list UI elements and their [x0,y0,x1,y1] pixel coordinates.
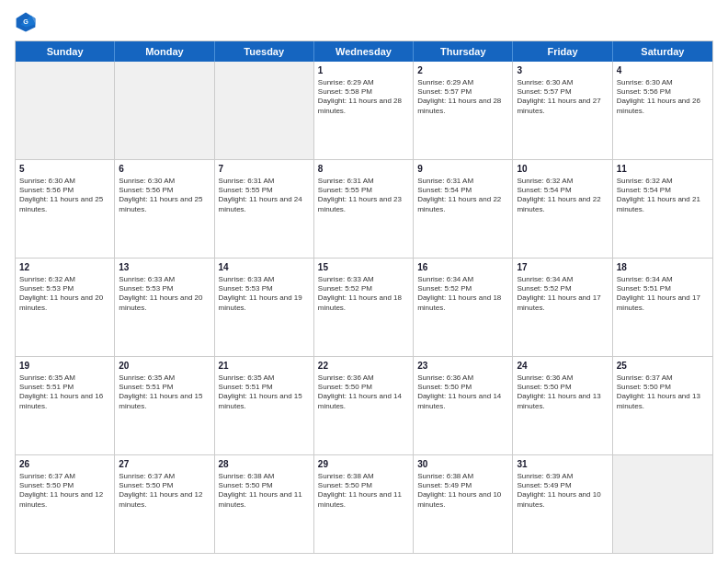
day-number: 3 [517,64,608,77]
cell-details: Sunrise: 6:32 AMSunset: 5:53 PMDaylight:… [19,275,110,314]
cell-details: Sunrise: 6:36 AMSunset: 5:50 PMDaylight:… [417,373,508,412]
cell-details: Sunrise: 6:38 AMSunset: 5:50 PMDaylight:… [318,472,409,511]
cell-details: Sunrise: 6:33 AMSunset: 5:53 PMDaylight:… [119,275,210,314]
calendar-cell: 17Sunrise: 6:34 AMSunset: 5:52 PMDayligh… [513,259,612,356]
cell-details: Sunrise: 6:29 AMSunset: 5:57 PMDaylight:… [417,78,508,117]
cell-details: Sunrise: 6:35 AMSunset: 5:51 PMDaylight:… [19,373,110,412]
calendar-cell: 1Sunrise: 6:29 AMSunset: 5:58 PMDaylight… [314,62,414,159]
cell-details: Sunrise: 6:32 AMSunset: 5:54 PMDaylight:… [517,177,608,215]
cell-details: Sunrise: 6:36 AMSunset: 5:50 PMDaylight:… [517,373,608,412]
calendar-cell [16,62,115,159]
day-number: 10 [517,163,608,176]
calendar-cell: 26Sunrise: 6:37 AMSunset: 5:50 PMDayligh… [16,455,115,553]
calendar-cell: 28Sunrise: 6:38 AMSunset: 5:50 PMDayligh… [215,455,314,553]
calendar-cell: 20Sunrise: 6:35 AMSunset: 5:51 PMDayligh… [115,357,214,454]
calendar-cell: 15Sunrise: 6:33 AMSunset: 5:52 PMDayligh… [314,259,414,356]
day-number: 21 [219,360,310,373]
calendar-week: 1Sunrise: 6:29 AMSunset: 5:58 PMDaylight… [16,62,712,160]
day-number: 22 [318,360,409,373]
calendar-cell: 3Sunrise: 6:30 AMSunset: 5:57 PMDaylight… [513,62,612,159]
day-number: 24 [517,360,608,373]
day-number: 28 [219,458,310,471]
day-number: 30 [417,458,508,471]
calendar-cell: 31Sunrise: 6:39 AMSunset: 5:49 PMDayligh… [513,455,612,553]
day-number: 4 [617,64,709,77]
day-number: 23 [417,360,508,373]
cell-details: Sunrise: 6:30 AMSunset: 5:56 PMDaylight:… [19,177,110,215]
cell-details: Sunrise: 6:32 AMSunset: 5:54 PMDaylight:… [617,177,709,215]
calendar-cell: 18Sunrise: 6:34 AMSunset: 5:51 PMDayligh… [613,259,712,356]
cell-details: Sunrise: 6:36 AMSunset: 5:50 PMDaylight:… [318,373,409,412]
calendar-cell: 4Sunrise: 6:30 AMSunset: 5:56 PMDaylight… [613,62,712,159]
cell-details: Sunrise: 6:37 AMSunset: 5:50 PMDaylight:… [19,472,110,511]
day-number: 25 [617,360,709,373]
calendar-header-cell: Saturday [613,41,712,62]
day-number: 13 [119,261,210,274]
calendar-header-cell: Wednesday [314,41,414,62]
calendar-cell: 14Sunrise: 6:33 AMSunset: 5:53 PMDayligh… [215,259,314,356]
cell-details: Sunrise: 6:33 AMSunset: 5:53 PMDaylight:… [219,275,310,314]
logo-icon: G [15,11,37,33]
calendar-cell: 30Sunrise: 6:38 AMSunset: 5:49 PMDayligh… [414,455,513,553]
day-number: 2 [417,64,508,77]
logo: G [15,11,40,33]
day-number: 12 [19,261,110,274]
svg-text:G: G [23,17,28,26]
cell-details: Sunrise: 6:29 AMSunset: 5:58 PMDaylight:… [318,78,409,117]
calendar-header-cell: Tuesday [215,41,314,62]
day-number: 6 [119,163,210,176]
cell-details: Sunrise: 6:38 AMSunset: 5:50 PMDaylight:… [219,472,310,511]
calendar-cell: 12Sunrise: 6:32 AMSunset: 5:53 PMDayligh… [16,259,115,356]
cell-details: Sunrise: 6:33 AMSunset: 5:52 PMDaylight:… [318,275,409,314]
calendar-header-cell: Thursday [414,41,513,62]
cell-details: Sunrise: 6:31 AMSunset: 5:55 PMDaylight:… [219,177,310,215]
day-number: 9 [417,163,508,176]
day-number: 20 [119,360,210,373]
calendar-cell [613,455,712,553]
day-number: 11 [617,163,709,176]
header: G [15,11,713,33]
day-number: 15 [318,261,409,274]
calendar-week: 12Sunrise: 6:32 AMSunset: 5:53 PMDayligh… [16,259,712,357]
calendar-cell: 11Sunrise: 6:32 AMSunset: 5:54 PMDayligh… [613,160,712,258]
calendar-cell: 16Sunrise: 6:34 AMSunset: 5:52 PMDayligh… [414,259,513,356]
cell-details: Sunrise: 6:31 AMSunset: 5:54 PMDaylight:… [417,177,508,215]
cell-details: Sunrise: 6:39 AMSunset: 5:49 PMDaylight:… [517,472,608,511]
day-number: 8 [318,163,409,176]
day-number: 14 [219,261,310,274]
calendar-cell: 2Sunrise: 6:29 AMSunset: 5:57 PMDaylight… [414,62,513,159]
calendar-cell: 13Sunrise: 6:33 AMSunset: 5:53 PMDayligh… [115,259,214,356]
cell-details: Sunrise: 6:30 AMSunset: 5:57 PMDaylight:… [517,78,608,117]
calendar-cell: 29Sunrise: 6:38 AMSunset: 5:50 PMDayligh… [314,455,414,553]
calendar-header-cell: Friday [513,41,612,62]
calendar-cell: 7Sunrise: 6:31 AMSunset: 5:55 PMDaylight… [215,160,314,258]
calendar-cell: 27Sunrise: 6:37 AMSunset: 5:50 PMDayligh… [115,455,214,553]
day-number: 17 [517,261,608,274]
calendar-cell: 24Sunrise: 6:36 AMSunset: 5:50 PMDayligh… [513,357,612,454]
calendar: SundayMondayTuesdayWednesdayThursdayFrid… [15,40,713,554]
calendar-week: 5Sunrise: 6:30 AMSunset: 5:56 PMDaylight… [16,160,712,259]
day-number: 27 [119,458,210,471]
calendar-cell: 6Sunrise: 6:30 AMSunset: 5:56 PMDaylight… [115,160,214,258]
calendar-cell: 21Sunrise: 6:35 AMSunset: 5:51 PMDayligh… [215,357,314,454]
calendar-cell: 22Sunrise: 6:36 AMSunset: 5:50 PMDayligh… [314,357,414,454]
day-number: 7 [219,163,310,176]
cell-details: Sunrise: 6:35 AMSunset: 5:51 PMDaylight:… [119,373,210,412]
cell-details: Sunrise: 6:34 AMSunset: 5:52 PMDaylight:… [517,275,608,314]
calendar-cell: 10Sunrise: 6:32 AMSunset: 5:54 PMDayligh… [513,160,612,258]
calendar-cell: 8Sunrise: 6:31 AMSunset: 5:55 PMDaylight… [314,160,414,258]
calendar-week: 19Sunrise: 6:35 AMSunset: 5:51 PMDayligh… [16,357,712,455]
calendar-cell: 19Sunrise: 6:35 AMSunset: 5:51 PMDayligh… [16,357,115,454]
calendar-cell: 25Sunrise: 6:37 AMSunset: 5:50 PMDayligh… [613,357,712,454]
cell-details: Sunrise: 6:37 AMSunset: 5:50 PMDaylight:… [119,472,210,511]
calendar-header-cell: Sunday [16,41,115,62]
day-number: 19 [19,360,110,373]
cell-details: Sunrise: 6:35 AMSunset: 5:51 PMDaylight:… [219,373,310,412]
cell-details: Sunrise: 6:34 AMSunset: 5:52 PMDaylight:… [417,275,508,314]
cell-details: Sunrise: 6:37 AMSunset: 5:50 PMDaylight:… [617,373,709,412]
day-number: 1 [318,64,409,77]
page: G SundayMondayTuesdayWednesdayThursdayFr… [0,0,728,563]
calendar-week: 26Sunrise: 6:37 AMSunset: 5:50 PMDayligh… [16,455,712,553]
day-number: 18 [617,261,709,274]
calendar-body: 1Sunrise: 6:29 AMSunset: 5:58 PMDaylight… [16,62,712,553]
